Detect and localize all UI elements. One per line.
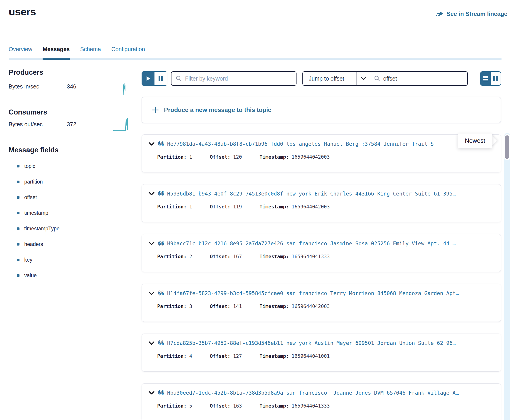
message-row[interactable]: �� H9bacc71c-b12c-4216-8e95-2a7da727e426…	[142, 234, 501, 272]
expand-chevron-down-icon[interactable]	[149, 192, 154, 196]
timestamp-field: Timestamp: 1659644041333	[260, 403, 330, 409]
timestamp-label: Timestamp:	[260, 303, 289, 309]
partition-value: 3	[189, 303, 192, 309]
scrollbar-track[interactable]	[504, 133, 510, 420]
produce-message-button[interactable]: Produce a new message to this topic	[142, 97, 501, 123]
bytes-out-value: 372	[67, 121, 76, 128]
stream-lineage-link[interactable]: See in Stream lineage	[436, 10, 507, 17]
partition-value: 1	[189, 154, 192, 160]
select-chevron-button[interactable]	[356, 72, 370, 85]
message-field-item-timestamptype[interactable]: timestampType	[9, 221, 104, 236]
message-text: �� H7cda825b-35b7-4952-88ef-c193d546eb11…	[158, 340, 456, 346]
offset-field: Offset: 141	[210, 303, 242, 309]
message-key-glyphs: ��	[158, 290, 164, 296]
field-bullet-icon	[17, 180, 19, 183]
expand-chevron-down-icon[interactable]	[149, 142, 154, 146]
play-button[interactable]	[142, 72, 154, 85]
filter-input-box	[171, 71, 297, 86]
offset-value: 141	[233, 303, 242, 309]
message-text: �� H9bacc71c-b12c-4216-8e95-2a7da727e426…	[158, 240, 456, 247]
field-label: key	[24, 257, 32, 263]
offset-search-input[interactable]	[383, 75, 438, 82]
consumers-heading: Consumers	[9, 108, 47, 116]
timestamp-label: Timestamp:	[260, 254, 289, 259]
offset-label: Offset:	[210, 403, 230, 409]
message-meta-line: Partition: 1 Offset: 120 Timestamp: 1659…	[157, 154, 330, 160]
timestamp-label: Timestamp:	[260, 204, 289, 210]
message-fields-list: topic partition offset timestamp timesta…	[9, 158, 104, 283]
partition-label: Partition:	[157, 254, 186, 259]
message-row[interactable]: �� He77981da-4a43-48ab-b8f8-cb71b96ffdd0…	[142, 135, 501, 172]
offset-value: 127	[233, 353, 242, 359]
partition-label: Partition:	[157, 353, 186, 359]
message-text: �� He77981da-4a43-48ab-b8f8-cb71b96ffdd0…	[158, 141, 434, 147]
pause-icon	[158, 76, 163, 81]
column-view-button[interactable]	[491, 72, 501, 85]
timestamp-value: 1659644041333	[292, 403, 330, 409]
message-text: �� H14fa67fe-5823-4299-b3c4-595845cfcae0…	[158, 290, 459, 296]
message-summary-line: �� H9bacc71c-b12c-4216-8e95-2a7da727e426…	[149, 240, 495, 247]
bytes-in-metric: Bytes in/sec 346	[9, 83, 76, 90]
timestamp-value: 1659644041001	[292, 353, 330, 359]
offset-search-box	[370, 72, 467, 85]
list-view-button[interactable]	[481, 72, 491, 85]
view-mode-toggle	[480, 71, 501, 86]
timestamp-value: 1659644042003	[292, 154, 330, 160]
field-label: partition	[24, 179, 43, 185]
message-field-item-partition[interactable]: partition	[9, 174, 104, 190]
expand-chevron-down-icon[interactable]	[149, 292, 154, 295]
field-bullet-icon	[17, 165, 19, 167]
field-bullet-icon	[17, 243, 19, 246]
offset-label: Offset:	[210, 303, 230, 309]
pause-button[interactable]	[154, 72, 167, 85]
message-key-glyphs: ��	[158, 240, 164, 247]
message-field-item-topic[interactable]: topic	[9, 158, 104, 174]
message-summary-line: �� H14fa67fe-5823-4299-b3c4-595845cfcae0…	[149, 290, 495, 296]
search-icon	[176, 75, 182, 82]
message-field-item-headers[interactable]: headers	[9, 236, 104, 252]
message-summary: He77981da-4a43-48ab-b8f8-cb71b96ffdd0 lo…	[167, 141, 434, 147]
message-meta-line: Partition: 2 Offset: 167 Timestamp: 1659…	[157, 254, 330, 259]
stream-lineage-label: See in Stream lineage	[447, 10, 507, 17]
message-row[interactable]: �� H5936db81-b943-4e0f-8c29-74513e0c0d8f…	[142, 184, 501, 222]
message-row[interactable]: �� H14fa67fe-5823-4299-b3c4-595845cfcae0…	[142, 284, 501, 322]
timestamp-value: 1659644042003	[292, 303, 330, 309]
bytes-in-label: Bytes in/sec	[9, 83, 67, 90]
offset-value: 120	[233, 154, 242, 160]
message-summary-line: �� H5936db81-b943-4e0f-8c29-74513e0c0d8f…	[149, 191, 495, 197]
expand-chevron-down-icon[interactable]	[149, 341, 154, 345]
jump-to-offset-select[interactable]: Jump to offset	[303, 75, 356, 82]
offset-field: Offset: 127	[210, 353, 242, 359]
message-meta-line: Partition: 1 Offset: 119 Timestamp: 1659…	[157, 204, 330, 210]
expand-chevron-down-icon[interactable]	[149, 391, 154, 395]
field-label: value	[24, 272, 37, 278]
message-key-glyphs: ��	[158, 141, 164, 147]
chevron-down-icon	[361, 77, 366, 80]
play-icon	[146, 76, 150, 81]
tooltip-label: Newest	[458, 134, 492, 148]
bytes-in-value: 346	[67, 83, 76, 90]
partition-label: Partition:	[157, 154, 186, 160]
message-field-item-value[interactable]: value	[9, 268, 104, 283]
timestamp-field: Timestamp: 1659644042003	[260, 303, 330, 309]
partition-label: Partition:	[157, 403, 186, 409]
column-view-icon	[493, 75, 498, 82]
message-field-item-timestamp[interactable]: timestamp	[9, 205, 104, 221]
message-key-glyphs: ��	[158, 340, 164, 346]
timestamp-field: Timestamp: 1659644042003	[260, 154, 330, 160]
scrollbar-thumb[interactable]	[505, 135, 509, 159]
partition-field: Partition: 2	[157, 254, 192, 259]
partition-field: Partition: 4	[157, 353, 192, 359]
partition-label: Partition:	[157, 303, 186, 309]
expand-chevron-down-icon[interactable]	[149, 242, 154, 246]
message-text: �� H5936db81-b943-4e0f-8c29-74513e0c0d8f…	[158, 191, 456, 197]
field-bullet-icon	[17, 212, 19, 214]
message-row[interactable]: �� Hba30eed7-1edc-452b-8b1a-738d3b5d8a9a…	[142, 383, 501, 420]
filter-keyword-input[interactable]	[185, 75, 296, 82]
produce-message-label: Produce a new message to this topic	[164, 107, 271, 114]
message-field-item-offset[interactable]: offset	[9, 190, 104, 205]
message-row[interactable]: �� H7cda825b-35b7-4952-88ef-c193d546eb11…	[142, 334, 501, 372]
toolbar: Jump to offset	[142, 71, 501, 86]
partition-value: 4	[189, 353, 192, 359]
message-field-item-key[interactable]: key	[9, 252, 104, 268]
